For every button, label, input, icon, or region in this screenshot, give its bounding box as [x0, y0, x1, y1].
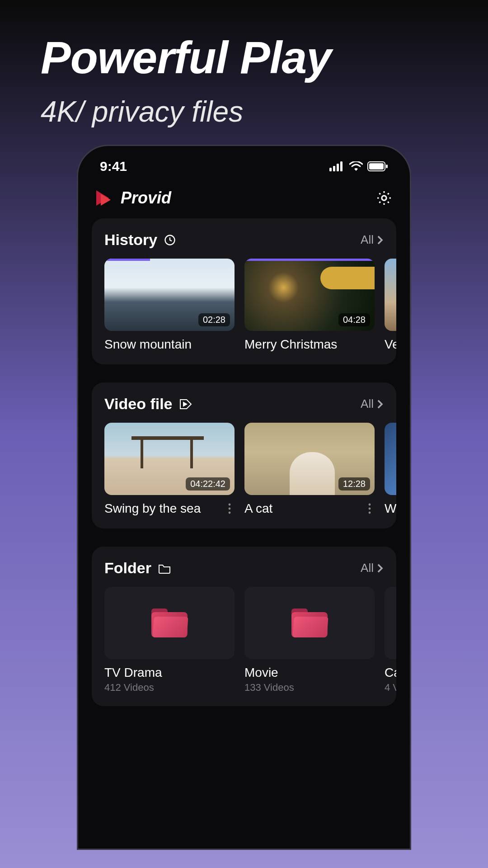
video-file-all-label: All	[361, 397, 374, 411]
more-vertical-icon	[228, 503, 231, 514]
status-bar: 9:41	[92, 159, 396, 185]
video-thumbnail	[385, 423, 396, 495]
folder-count: 133 Videos	[244, 682, 375, 693]
folder-header: Folder All	[104, 559, 396, 577]
folder-glyph-icon	[291, 609, 328, 637]
video-item[interactable]: 04:22:42 Swing by the sea	[104, 423, 235, 516]
duration-badge: 12:28	[338, 477, 370, 491]
svg-rect-0	[329, 168, 332, 171]
wifi-icon	[349, 161, 363, 171]
folder-item[interactable]: TV Drama 412 Videos	[104, 587, 235, 693]
video-file-card: Video file All 04:22:42 Swing by the sea	[92, 382, 396, 528]
history-header: History All	[104, 231, 396, 249]
folder-card: Folder All TV Drama 412 Videos Movie	[92, 547, 396, 706]
folder-item[interactable]: Movie 133 Videos	[244, 587, 375, 693]
history-scroll[interactable]: 02:28 Snow mountain 04:28 Merry Christma…	[104, 259, 396, 352]
more-vertical-icon	[368, 503, 371, 514]
svg-rect-2	[337, 164, 339, 171]
folder-all-label: All	[361, 561, 374, 575]
folder-name: TV Drama	[104, 665, 235, 680]
video-thumbnail: 04:22:42	[104, 423, 235, 495]
history-item[interactable]: 04:28 Merry Christmas	[244, 259, 375, 352]
gear-icon	[375, 189, 393, 207]
video-title: Wind	[385, 501, 396, 516]
phone-frame: 9:41 Provid History All	[77, 145, 411, 850]
folder-title: Folder	[104, 559, 151, 577]
folder-count: 4 Vide	[385, 682, 396, 693]
svg-point-11	[229, 512, 231, 514]
status-icons	[329, 161, 388, 171]
video-file-scroll[interactable]: 04:22:42 Swing by the sea 12:28 A cat	[104, 423, 396, 516]
chevron-right-icon	[376, 563, 384, 573]
history-title: History	[104, 231, 157, 249]
svg-point-12	[369, 504, 371, 506]
svg-point-7	[382, 196, 386, 200]
history-all-label: All	[361, 233, 374, 247]
video-thumbnail: 04:28	[244, 259, 375, 331]
folder-count: 412 Videos	[104, 682, 235, 693]
folder-all-button[interactable]: All	[361, 561, 384, 575]
folder-glyph-icon	[151, 609, 188, 637]
svg-rect-1	[333, 166, 335, 171]
chevron-right-icon	[376, 235, 384, 245]
play-tag-icon	[179, 398, 192, 410]
app-name: Provid	[121, 189, 171, 208]
settings-button[interactable]	[375, 189, 393, 207]
video-file-title: Video file	[104, 395, 173, 413]
history-all-button[interactable]: All	[361, 233, 384, 247]
promo-title: Powerful Play	[0, 0, 488, 84]
video-item[interactable]: Wind	[385, 423, 396, 516]
duration-badge: 04:28	[338, 313, 370, 326]
app-header: Provid	[92, 185, 396, 218]
video-thumbnail	[385, 259, 396, 331]
svg-rect-5	[369, 163, 384, 170]
video-title: A cat	[244, 501, 272, 516]
svg-rect-3	[340, 161, 343, 171]
history-icon	[164, 234, 176, 246]
app-brand[interactable]: Provid	[95, 189, 171, 208]
video-item[interactable]: 12:28 A cat	[244, 423, 375, 516]
more-button[interactable]	[225, 503, 235, 514]
video-title: Veni	[385, 337, 396, 352]
history-item[interactable]: Veni	[385, 259, 396, 352]
folder-item[interactable]: Cam 4 Vide	[385, 587, 396, 693]
folder-icon	[158, 562, 171, 574]
duration-badge: 04:22:42	[186, 477, 230, 491]
video-title: Snow mountain	[104, 337, 192, 352]
video-thumbnail: 12:28	[244, 423, 375, 495]
status-time: 9:41	[100, 159, 127, 174]
video-thumbnail: 02:28	[104, 259, 235, 331]
app-logo-icon	[95, 189, 114, 208]
svg-point-10	[229, 508, 231, 510]
svg-point-14	[369, 512, 371, 514]
video-title: Merry Christmas	[244, 337, 337, 352]
battery-icon	[367, 161, 388, 171]
progress-bar	[104, 259, 150, 261]
svg-rect-6	[386, 165, 388, 168]
signal-icon	[329, 161, 345, 171]
folder-thumbnail	[244, 587, 375, 659]
history-item[interactable]: 02:28 Snow mountain	[104, 259, 235, 352]
video-title: Swing by the sea	[104, 501, 201, 516]
folder-thumbnail	[104, 587, 235, 659]
folder-thumbnail	[385, 587, 396, 659]
duration-badge: 02:28	[198, 313, 230, 326]
progress-bar	[244, 259, 375, 261]
more-button[interactable]	[365, 503, 375, 514]
video-file-header: Video file All	[104, 395, 396, 413]
svg-point-13	[369, 508, 371, 510]
folder-name: Movie	[244, 665, 375, 680]
folder-name: Cam	[385, 665, 396, 680]
promo-subtitle: 4K/ privacy files	[0, 84, 488, 128]
chevron-right-icon	[376, 399, 384, 409]
video-file-all-button[interactable]: All	[361, 397, 384, 411]
folder-scroll[interactable]: TV Drama 412 Videos Movie 133 Videos Cam…	[104, 587, 396, 693]
svg-point-9	[229, 504, 231, 506]
history-card: History All 02:28 Snow mountain	[92, 218, 396, 364]
